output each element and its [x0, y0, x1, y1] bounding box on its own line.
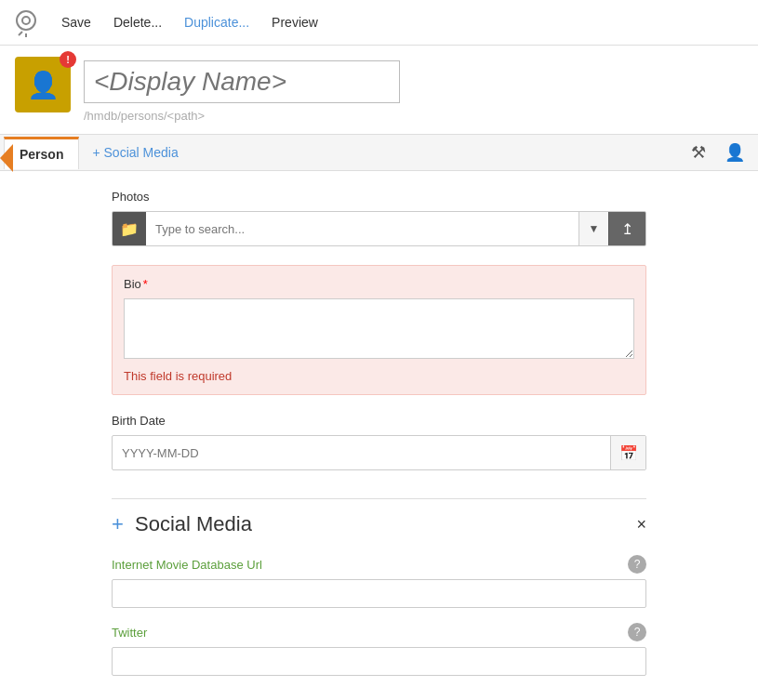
bio-section: Bio* This field is required — [112, 265, 646, 395]
user-add-icon[interactable]: 👤 — [715, 135, 754, 170]
svg-point-0 — [17, 11, 35, 30]
birth-date-input[interactable] — [113, 439, 610, 468]
photos-dropdown-btn[interactable]: ▼ — [578, 212, 608, 245]
twitter-field: Twitter ? — [112, 623, 646, 676]
social-media-section: + Social Media × Internet Movie Database… — [112, 498, 646, 676]
folder-icon: 📁 — [113, 212, 146, 245]
photos-label: Photos — [112, 190, 646, 204]
social-media-close-btn[interactable]: × — [636, 515, 646, 535]
photos-row: 📁 ▼ ↥ — [112, 211, 646, 246]
imdb-url-field: Internet Movie Database Url ? — [112, 555, 646, 608]
tab-social-media[interactable]: + Social Media — [79, 138, 191, 167]
path-placeholder: <path> — [167, 109, 206, 123]
svg-point-1 — [22, 17, 30, 24]
bio-required-star: * — [143, 277, 148, 291]
social-media-plus: + — [112, 512, 124, 535]
path-base: /hmdb/persons/ — [84, 109, 167, 123]
social-media-header: + Social Media × — [112, 512, 646, 536]
app-logo — [11, 7, 41, 37]
person-icon: 👤 — [27, 70, 60, 100]
photos-field: Photos 📁 ▼ ↥ — [112, 190, 646, 246]
birth-date-field: Birth Date 📅 — [112, 414, 646, 470]
date-input-row: 📅 — [112, 435, 646, 470]
photos-search-input[interactable] — [146, 217, 578, 242]
display-name-input[interactable] — [84, 60, 400, 103]
calendar-icon-btn[interactable]: 📅 — [610, 436, 645, 469]
imdb-url-label: Internet Movie Database Url — [112, 558, 262, 572]
path-text: /hmdb/persons/<path> — [84, 109, 400, 123]
twitter-help-icon[interactable]: ? — [628, 623, 646, 641]
preview-button[interactable]: Preview — [262, 11, 327, 33]
error-badge: ! — [60, 51, 76, 68]
avatar: 👤 ! — [15, 57, 71, 112]
photos-upload-btn[interactable]: ↥ — [608, 212, 645, 245]
duplicate-button[interactable]: Duplicate... — [175, 11, 259, 33]
twitter-input[interactable] — [112, 647, 646, 676]
imdb-url-label-row: Internet Movie Database Url ? — [112, 555, 646, 574]
imdb-url-input[interactable] — [112, 579, 646, 608]
imdb-help-icon[interactable]: ? — [628, 555, 646, 574]
bio-label: Bio* — [124, 277, 634, 291]
bio-input[interactable] — [124, 298, 634, 359]
birth-date-label: Birth Date — [112, 414, 646, 428]
twitter-label: Twitter — [112, 626, 147, 640]
toolbar: Save Delete... Duplicate... Preview — [0, 0, 758, 46]
main-content: Photos 📁 ▼ ↥ Bio* This field is required… — [0, 171, 758, 700]
tabs-bar: Person + Social Media ⚒ 👤 — [0, 134, 758, 171]
twitter-label-row: Twitter ? — [112, 623, 646, 641]
tab-person[interactable]: Person — [4, 137, 79, 169]
save-button[interactable]: Save — [52, 11, 100, 33]
bio-error-message: This field is required — [124, 369, 634, 383]
social-media-title: + Social Media — [112, 512, 252, 536]
svg-line-2 — [19, 32, 22, 35]
delete-button[interactable]: Delete... — [104, 11, 171, 33]
settings-icon[interactable]: ⚒ — [682, 135, 715, 170]
social-media-title-text: Social Media — [135, 512, 252, 535]
